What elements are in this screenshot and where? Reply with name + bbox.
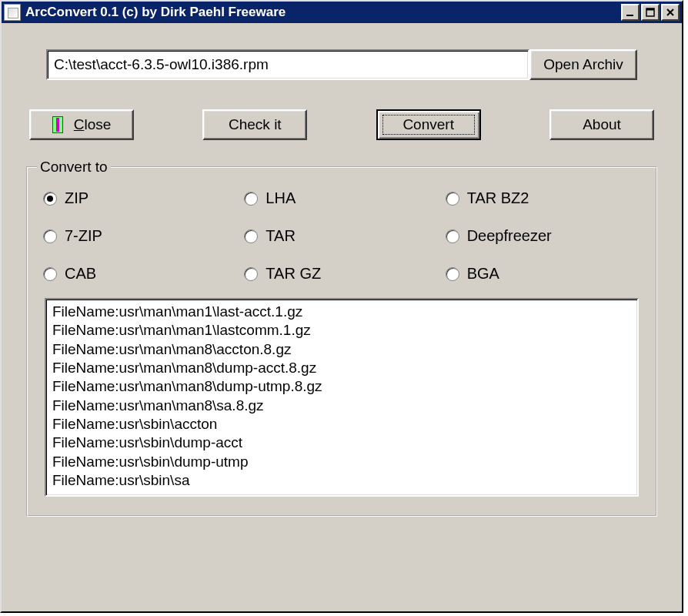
action-row: Close Check it Convert About [29, 109, 654, 140]
open-archive-label: Open Archiv [543, 56, 623, 73]
close-label: Close [74, 116, 112, 133]
format-option-lha[interactable]: LHA [244, 189, 439, 207]
format-option-label: CAB [65, 265, 96, 283]
close-button[interactable]: Close [29, 109, 134, 140]
output-listbox[interactable]: FileName:usr\man\man1\last-acct.1.gz Fil… [45, 298, 639, 497]
door-exit-icon [52, 116, 66, 133]
format-option-tar[interactable]: TAR [244, 227, 439, 245]
open-archive-button[interactable]: Open Archiv [529, 49, 637, 80]
format-option-label: LHA [266, 189, 296, 207]
app-icon [4, 4, 21, 21]
archive-path-input[interactable] [46, 49, 529, 80]
convert-label: Convert [402, 116, 454, 133]
convert-button[interactable]: Convert [376, 109, 481, 140]
app-window: ArcConvert 0.1 (c) by Dirk Paehl Freewar… [0, 0, 683, 613]
format-option-bga[interactable]: BGA [446, 265, 640, 283]
maximize-button[interactable] [641, 4, 660, 21]
svg-rect-0 [626, 15, 633, 16]
format-option-label: Deepfreezer [467, 227, 552, 245]
format-option-deepfreezer[interactable]: Deepfreezer [446, 227, 640, 245]
check-it-label: Check it [229, 116, 282, 133]
format-option-7-zip[interactable]: 7-ZIP [43, 227, 238, 245]
radio-icon [446, 192, 459, 206]
close-icon [666, 8, 675, 17]
format-option-label: TAR GZ [266, 265, 321, 283]
maximize-icon [646, 8, 655, 17]
format-options: ZIPLHATAR BZ27-ZIPTARDeepfreezerCABTAR G… [35, 182, 648, 295]
radio-icon [43, 267, 57, 281]
format-option-label: TAR [266, 227, 296, 245]
window-controls [621, 4, 680, 21]
file-row: Open Archiv [46, 49, 637, 80]
minimize-button[interactable] [621, 4, 640, 21]
minimize-icon [626, 8, 635, 17]
format-option-label: 7-ZIP [65, 227, 102, 245]
format-option-tar-bz2[interactable]: TAR BZ2 [446, 189, 640, 207]
window-title: ArcConvert 0.1 (c) by Dirk Paehl Freewar… [25, 5, 621, 20]
close-window-button[interactable] [661, 4, 680, 21]
group-legend: Convert to [37, 159, 111, 176]
client-area: Open Archiv Close Check it Convert Ab [2, 23, 682, 527]
format-option-label: ZIP [65, 189, 89, 207]
radio-icon [244, 229, 258, 243]
radio-icon [446, 229, 459, 243]
convert-to-group: Convert to ZIPLHATAR BZ27-ZIPTARDeepfree… [26, 166, 657, 517]
titlebar[interactable]: ArcConvert 0.1 (c) by Dirk Paehl Freewar… [2, 2, 682, 23]
format-option-tar-gz[interactable]: TAR GZ [244, 265, 439, 283]
radio-icon [446, 267, 459, 281]
format-option-label: TAR BZ2 [467, 189, 529, 207]
check-it-button[interactable]: Check it [202, 109, 307, 140]
format-option-cab[interactable]: CAB [43, 265, 238, 283]
radio-icon [43, 229, 57, 243]
svg-rect-2 [646, 8, 654, 11]
about-label: About [583, 116, 621, 133]
radio-icon [244, 192, 258, 206]
radio-icon [244, 267, 258, 281]
radio-icon [43, 192, 57, 206]
about-button[interactable]: About [549, 109, 654, 140]
format-option-zip[interactable]: ZIP [43, 189, 238, 207]
format-option-label: BGA [467, 265, 499, 283]
